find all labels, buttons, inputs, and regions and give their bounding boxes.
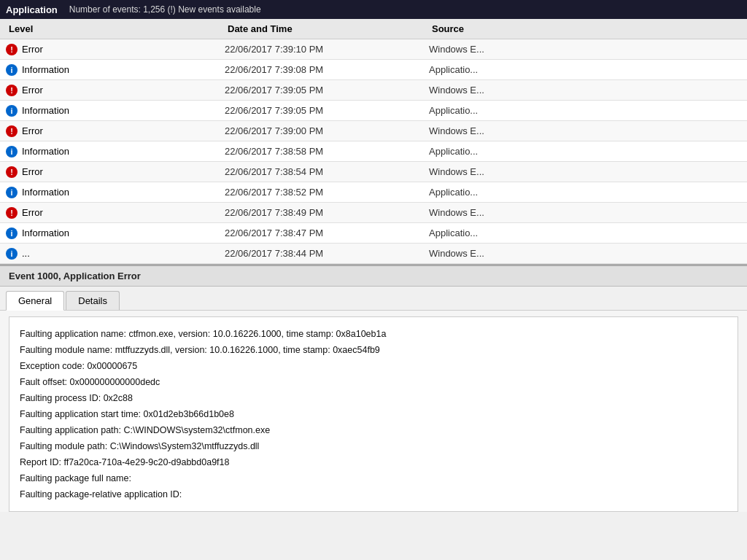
level-cell: !Error — [6, 166, 225, 178]
detail-line: Faulting process ID: 0x2c88 — [20, 390, 727, 406]
date-cell: 22/06/2017 7:39:05 PM — [225, 105, 429, 116]
date-cell: 22/06/2017 7:38:52 PM — [225, 187, 429, 198]
level-cell: !Error — [6, 44, 225, 55]
detail-line: Faulting package full name: — [20, 470, 727, 486]
detail-panel: Event 1000, Application Error General De… — [0, 265, 747, 512]
date-cell: 22/06/2017 7:38:49 PM — [225, 207, 429, 218]
col-source: Source — [429, 22, 741, 36]
date-cell: 22/06/2017 7:39:10 PM — [225, 44, 429, 55]
table-row[interactable]: iInformation22/06/2017 7:38:52 PMApplica… — [0, 182, 747, 203]
error-icon: ! — [6, 207, 18, 219]
level-label: Information — [22, 64, 69, 75]
level-cell: iInformation — [6, 146, 225, 158]
level-label: Error — [22, 166, 43, 177]
info-icon: i — [6, 64, 18, 76]
date-cell: 22/06/2017 7:39:05 PM — [225, 85, 429, 96]
events-count: Number of events: 1,256 (!) New events a… — [69, 4, 261, 15]
info-icon: i — [6, 248, 18, 260]
level-cell: !Error — [6, 125, 225, 137]
info-icon: i — [6, 146, 18, 158]
info-icon: i — [6, 105, 18, 117]
source-cell: Windows E... — [429, 207, 741, 218]
level-cell: i... — [6, 248, 225, 260]
source-cell: Windows E... — [429, 125, 741, 136]
level-label: Error — [22, 85, 43, 96]
detail-content: Faulting application name: ctfmon.exe, v… — [9, 316, 738, 512]
level-label: ... — [22, 248, 30, 259]
table-row[interactable]: !Error22/06/2017 7:38:54 PMWindows E... — [0, 162, 747, 182]
source-cell: Windows E... — [429, 85, 741, 96]
source-cell: Applicatio... — [429, 187, 741, 198]
level-label: Information — [22, 228, 69, 238]
detail-line: Faulting application path: C:\WINDOWS\sy… — [20, 422, 727, 438]
tab-general[interactable]: General — [6, 291, 64, 311]
source-cell: Applicatio... — [429, 146, 741, 157]
detail-line: Faulting package-relative application ID… — [20, 486, 727, 502]
level-label: Information — [22, 146, 69, 157]
level-label: Error — [22, 125, 43, 136]
date-cell: 22/06/2017 7:38:44 PM — [225, 248, 429, 259]
source-cell: Windows E... — [429, 248, 741, 259]
date-cell: 22/06/2017 7:39:00 PM — [225, 125, 429, 136]
info-icon: i — [6, 187, 18, 198]
level-cell: !Error — [6, 85, 225, 96]
table-row[interactable]: i...22/06/2017 7:38:44 PMWindows E... — [0, 244, 747, 264]
date-cell: 22/06/2017 7:38:47 PM — [225, 228, 429, 238]
table-body: !Error22/06/2017 7:39:10 PMWindows E...i… — [0, 39, 747, 264]
tab-details[interactable]: Details — [66, 291, 120, 310]
error-icon: ! — [6, 166, 18, 178]
level-cell: iInformation — [6, 64, 225, 76]
table-row[interactable]: iInformation22/06/2017 7:39:05 PMApplica… — [0, 101, 747, 121]
table-row[interactable]: !Error22/06/2017 7:39:05 PMWindows E... — [0, 80, 747, 101]
level-cell: iInformation — [6, 228, 225, 239]
table-row[interactable]: !Error22/06/2017 7:38:49 PMWindows E... — [0, 203, 747, 223]
detail-line: Fault offset: 0x000000000000dedc — [20, 374, 727, 390]
level-label: Error — [22, 44, 43, 55]
date-cell: 22/06/2017 7:39:08 PM — [225, 64, 429, 75]
detail-line: Exception code: 0x00000675 — [20, 358, 727, 374]
table-row[interactable]: iInformation22/06/2017 7:39:08 PMApplica… — [0, 60, 747, 80]
level-label: Error — [22, 207, 43, 218]
source-cell: Applicatio... — [429, 105, 741, 116]
error-icon: ! — [6, 44, 18, 55]
event-title: Event 1000, Application Error — [0, 266, 747, 287]
level-label: Information — [22, 105, 69, 116]
info-icon: i — [6, 228, 18, 239]
source-cell: Applicatio... — [429, 228, 741, 238]
event-list: Level Date and Time Source !Error22/06/2… — [0, 19, 747, 265]
source-cell: Applicatio... — [429, 64, 741, 75]
level-cell: !Error — [6, 207, 225, 219]
detail-line: Report ID: ff7a20ca-710a-4e29-9c20-d9abb… — [20, 454, 727, 470]
error-icon: ! — [6, 85, 18, 96]
error-icon: ! — [6, 125, 18, 137]
table-row[interactable]: iInformation22/06/2017 7:38:58 PMApplica… — [0, 141, 747, 162]
app-title: Application — [6, 4, 58, 15]
table-row[interactable]: !Error22/06/2017 7:39:00 PMWindows E... — [0, 121, 747, 141]
detail-line: Faulting application name: ctfmon.exe, v… — [20, 326, 727, 342]
top-bar: Application Number of events: 1,256 (!) … — [0, 0, 747, 19]
level-cell: iInformation — [6, 105, 225, 117]
date-cell: 22/06/2017 7:38:58 PM — [225, 146, 429, 157]
table-header: Level Date and Time Source — [0, 19, 747, 39]
table-row[interactable]: !Error22/06/2017 7:39:10 PMWindows E... — [0, 39, 747, 60]
source-cell: Windows E... — [429, 166, 741, 177]
level-label: Information — [22, 187, 69, 198]
detail-line: Faulting module name: mtffuzzyds.dll, ve… — [20, 342, 727, 358]
detail-line: Faulting module path: C:\Windows\System3… — [20, 438, 727, 454]
detail-line: Faulting application start time: 0x01d2e… — [20, 406, 727, 422]
table-row[interactable]: iInformation22/06/2017 7:38:47 PMApplica… — [0, 223, 747, 244]
col-date: Date and Time — [225, 22, 429, 36]
date-cell: 22/06/2017 7:38:54 PM — [225, 166, 429, 177]
level-cell: iInformation — [6, 187, 225, 198]
tabs-bar: General Details — [0, 287, 747, 311]
col-level: Level — [6, 22, 225, 36]
source-cell: Windows E... — [429, 44, 741, 55]
